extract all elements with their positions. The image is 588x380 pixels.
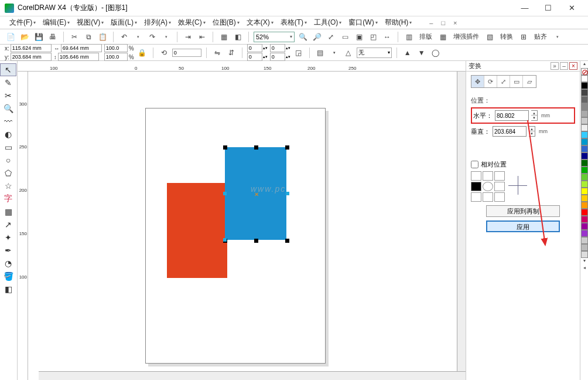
new-icon[interactable]: 📄 bbox=[5, 31, 16, 43]
corner-y-input[interactable] bbox=[270, 53, 285, 61]
handle-ml[interactable] bbox=[223, 192, 227, 195]
color-swatch[interactable] bbox=[581, 82, 588, 89]
horizontal-input[interactable] bbox=[495, 110, 529, 121]
anchor-grid[interactable] bbox=[471, 171, 505, 202]
enhance-group-icon[interactable]: ▦ bbox=[437, 31, 449, 43]
menu-edit[interactable]: 编辑(E)▾ bbox=[39, 18, 73, 28]
interactive-tool[interactable]: ✦ bbox=[0, 231, 16, 244]
zoom-selection-icon[interactable]: ▣ bbox=[353, 31, 365, 43]
pick-tool[interactable]: ↖ bbox=[0, 63, 16, 76]
smart-fill-tool[interactable]: ◐ bbox=[0, 128, 16, 141]
color-swatch[interactable] bbox=[581, 244, 588, 251]
to-front-icon[interactable]: ▲ bbox=[402, 47, 413, 59]
freehand-tool[interactable]: 〰 bbox=[0, 115, 16, 128]
save-icon[interactable]: 💾 bbox=[33, 31, 45, 43]
color-swatch[interactable] bbox=[581, 131, 588, 138]
color-swatch[interactable] bbox=[581, 174, 588, 181]
mirror-v-icon[interactable]: ⇵ bbox=[225, 47, 237, 59]
menu-arrange[interactable]: 排列(A)▾ bbox=[141, 18, 175, 28]
vertical-ruler[interactable]: 300 250 200 150 100 bbox=[18, 72, 28, 380]
zoom-combo[interactable]: 52%▾ bbox=[254, 32, 295, 42]
handle-bl2[interactable] bbox=[223, 238, 227, 242]
y-position-input[interactable] bbox=[11, 53, 52, 61]
wrap-dropdown-icon[interactable]: ▾ bbox=[329, 47, 340, 59]
palette-flyout-icon[interactable]: ◂ bbox=[580, 265, 588, 272]
menu-view[interactable]: 视图(V)▾ bbox=[73, 18, 107, 28]
minimize-button[interactable]: — bbox=[513, 0, 536, 16]
relative-position-checkbox[interactable] bbox=[471, 161, 478, 168]
selection-center-icon[interactable]: ✕ bbox=[254, 191, 259, 198]
color-swatch[interactable] bbox=[581, 216, 588, 223]
color-swatch[interactable] bbox=[581, 103, 588, 110]
handle-bc[interactable] bbox=[254, 239, 258, 243]
color-swatch[interactable] bbox=[581, 202, 588, 209]
doc-minimize-button[interactable]: – bbox=[427, 19, 435, 26]
corner-icon[interactable]: ◲ bbox=[293, 47, 305, 59]
menu-help[interactable]: 帮助(H)▾ bbox=[381, 18, 416, 28]
print-icon[interactable]: 🖶 bbox=[47, 31, 59, 43]
x-position-input[interactable] bbox=[11, 44, 52, 52]
vertical-spinner[interactable]: ▲▼ bbox=[529, 126, 535, 137]
menu-file[interactable]: 文件(F)▾ bbox=[6, 18, 39, 28]
zoom-in-icon[interactable]: 🔍 bbox=[297, 31, 309, 43]
horizontal-spinner[interactable]: ▲▼ bbox=[531, 110, 538, 121]
menu-text[interactable]: 文本(X)▾ bbox=[243, 18, 277, 28]
menu-bitmap[interactable]: 位图(B)▾ bbox=[209, 18, 243, 28]
no-color-swatch[interactable]: ⊘ bbox=[581, 68, 588, 75]
text-tool[interactable]: 字 bbox=[0, 192, 16, 205]
rotation-input[interactable] bbox=[172, 49, 201, 57]
fill-tool[interactable]: 🪣 bbox=[0, 270, 16, 283]
open-icon[interactable]: 📂 bbox=[19, 31, 30, 43]
layout-group-icon[interactable]: ▥ bbox=[403, 31, 415, 43]
apply-button[interactable]: 应用 bbox=[486, 220, 560, 232]
color-swatch[interactable] bbox=[581, 251, 588, 258]
skew-tab-icon[interactable]: ▱ bbox=[523, 76, 536, 87]
menu-layout[interactable]: 版面(L)▾ bbox=[107, 18, 141, 28]
zoom-width-icon[interactable]: ↔ bbox=[381, 31, 393, 43]
rectangle-tool[interactable]: ▭ bbox=[0, 141, 16, 154]
handle-br[interactable] bbox=[285, 239, 289, 243]
width-input[interactable] bbox=[61, 44, 102, 52]
to-back-icon[interactable]: ▼ bbox=[416, 47, 428, 59]
nudge-y-input[interactable] bbox=[247, 53, 262, 61]
nudge-x-input[interactable] bbox=[247, 44, 262, 52]
color-swatch[interactable] bbox=[581, 237, 588, 244]
docker-collapse-icon[interactable]: » bbox=[551, 62, 559, 70]
eyedropper-tool[interactable]: ✒ bbox=[0, 244, 16, 257]
color-swatch[interactable] bbox=[581, 89, 588, 96]
close-button[interactable]: ✕ bbox=[560, 0, 583, 16]
horizontal-scrollbar[interactable] bbox=[39, 371, 466, 380]
color-swatch[interactable] bbox=[581, 152, 588, 160]
app-launcher-icon[interactable]: ▦ bbox=[218, 31, 230, 43]
handle-tr[interactable] bbox=[285, 145, 289, 150]
color-swatch[interactable] bbox=[581, 138, 588, 145]
vertical-input[interactable] bbox=[493, 126, 527, 137]
dimension-tool[interactable]: ↗ bbox=[0, 218, 16, 231]
convert-group-icon[interactable]: ▧ bbox=[484, 31, 495, 43]
menu-table[interactable]: 表格(T)▾ bbox=[277, 18, 310, 28]
color-swatch[interactable] bbox=[581, 124, 588, 131]
rotate-tab-icon[interactable]: ⟳ bbox=[484, 76, 497, 87]
cut-icon[interactable]: ✂ bbox=[69, 31, 80, 43]
shape-tool[interactable]: ✎ bbox=[0, 76, 16, 89]
menu-window[interactable]: 窗口(W)▾ bbox=[345, 18, 381, 28]
color-swatch[interactable] bbox=[581, 167, 588, 174]
size-tab-icon[interactable]: ▭ bbox=[510, 76, 523, 87]
copy-icon[interactable]: ⧉ bbox=[83, 31, 94, 43]
horizontal-ruler[interactable]: 100 0 50 100 150 200 250 bbox=[18, 61, 466, 72]
color-swatch[interactable] bbox=[581, 96, 588, 103]
color-swatch[interactable] bbox=[581, 181, 588, 188]
redo-dropdown-icon[interactable]: ▾ bbox=[160, 31, 172, 43]
convert-curves-icon[interactable]: ◯ bbox=[430, 47, 442, 59]
export-icon[interactable]: ⇤ bbox=[196, 31, 208, 43]
snap-group-icon[interactable]: ⊞ bbox=[518, 31, 529, 43]
red-rectangle[interactable] bbox=[167, 183, 227, 278]
apply-copy-button[interactable]: 应用到再制 bbox=[486, 205, 560, 217]
handle-tl[interactable] bbox=[223, 145, 227, 150]
height-input[interactable] bbox=[58, 53, 99, 61]
doc-close-button[interactable]: × bbox=[451, 19, 459, 26]
vertical-scrollbar[interactable] bbox=[457, 72, 466, 371]
scale-tab-icon[interactable]: ⤢ bbox=[497, 76, 510, 87]
scale-y-input[interactable] bbox=[104, 53, 128, 61]
mirror-h-icon[interactable]: ⇋ bbox=[211, 47, 223, 59]
